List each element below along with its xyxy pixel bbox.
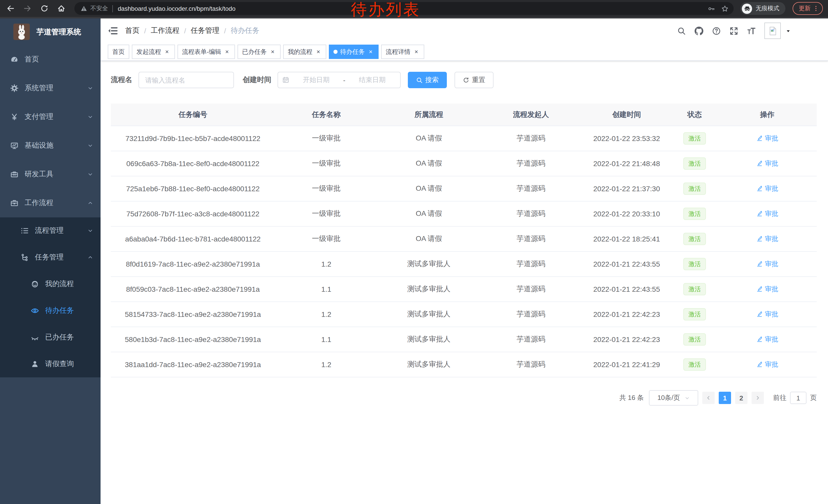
chevron-down-icon [87,142,93,149]
reset-button[interactable]: 重置 [455,72,494,88]
tab-2[interactable]: 流程表单-编辑× [177,45,235,59]
cell-task-name: 1.2 [275,302,378,327]
main-area: 首页/工作流程/任务管理/待办任务 首页发起流程×流程表单-编辑×已办任务×我的… [100,18,828,504]
tab-close-icon[interactable]: × [269,48,276,55]
tab-active[interactable]: 待办任务× [329,45,379,59]
filter-form: 流程名 创建时间 开始日期 - 结束日期 搜索 重 [111,72,817,88]
yen-icon [10,113,18,121]
search-button-label: 搜索 [425,75,439,85]
sidebar-item-dashboard[interactable]: 首页 [0,45,100,74]
sidebar-item-face[interactable]: 我的流程 [0,271,100,297]
cell-task-name: 1.2 [275,352,378,377]
tab-0[interactable]: 首页 [108,45,129,59]
approve-link[interactable]: 审批 [756,209,778,218]
approve-link[interactable]: 审批 [756,159,778,168]
cell-actions: 审批 [718,352,817,377]
tab-close-icon[interactable]: × [367,48,374,55]
cell-task-name: 一级审批 [275,226,378,251]
sidebar-item-briefcase[interactable]: 工作流程 [0,189,100,217]
toolbox-icon [10,170,18,178]
sidebar-item-label: 请假查询 [45,359,74,369]
hamburger-icon[interactable] [108,26,118,36]
sidebar-item-gear[interactable]: 系统管理 [0,74,100,102]
breadcrumb-item[interactable]: 首页 [125,26,139,35]
process-name-input[interactable] [138,72,234,88]
tab-3[interactable]: 已办任务× [238,45,281,59]
cell-starter: 芋道源码 [480,151,582,176]
edit-icon [756,185,763,192]
breadcrumb-item[interactable]: 任务管理 [191,26,219,35]
status-badge: 激活 [683,233,706,245]
help-icon[interactable] [712,27,721,35]
bookmark-star-icon[interactable] [721,5,729,12]
next-page-button[interactable] [752,392,764,404]
user-avatar-dropdown[interactable] [764,22,791,39]
cell-process: 测试多审批人 [378,302,480,327]
sidebar-item-monitor[interactable]: 基础设施 [0,131,100,160]
status-badge: 激活 [683,183,706,195]
password-key-icon[interactable] [708,5,715,12]
sidebar-item-user[interactable]: 请假查询 [0,351,100,377]
github-icon[interactable] [695,27,703,35]
incognito-badge: 无痕模式 [740,2,785,15]
forward-icon [23,4,32,13]
breadcrumb-separator: / [144,27,146,35]
cell-created: 2022-01-21 22:43:55 [582,277,671,302]
approve-link[interactable]: 审批 [756,234,778,243]
sidebar-item-eye-closed[interactable]: 已办任务 [0,324,100,351]
create-time-label: 创建时间 [243,75,278,85]
page-button-1[interactable]: 1 [719,392,731,404]
goto-page-input[interactable] [790,392,806,404]
font-size-icon[interactable] [747,27,756,35]
fullscreen-icon[interactable] [730,27,738,35]
address-bar[interactable]: 不安全 dashboard.yudao.iocoder.cn/bpm/task/… [74,2,734,15]
approve-link[interactable]: 审批 [756,284,778,294]
browser-reload-button[interactable] [38,2,50,15]
tab-6[interactable]: 流程详情× [381,45,424,59]
approve-link[interactable]: 审批 [756,260,778,269]
cell-process: OA 请假 [378,201,480,226]
cell-task-name: 一级审批 [275,151,378,176]
browser-back-button[interactable] [4,2,17,15]
column-header: 流程发起人 [480,103,582,126]
approve-link[interactable]: 审批 [756,310,778,319]
browser-update-button[interactable]: 更新 [793,2,823,15]
search-button[interactable]: 搜索 [408,72,447,88]
browser-forward-button[interactable] [21,2,34,15]
tab-4[interactable]: 我的流程× [283,45,326,59]
breadcrumb-item[interactable]: 工作流程 [151,26,179,35]
sidebar-item-label: 流程管理 [35,226,64,235]
page-button-2[interactable]: 2 [735,392,747,404]
user-icon [31,360,39,368]
prev-page-button[interactable] [702,392,715,404]
pagination-total: 共 16 条 [619,393,644,403]
cell-status: 激活 [671,352,718,377]
search-icon[interactable] [677,27,686,35]
tree-icon [20,253,29,262]
sidebar-item-yen[interactable]: 支付管理 [0,102,100,131]
task-table: 任务编号任务名称所属流程流程发起人创建时间状态操作 73211d9d-7b9b-… [111,103,817,377]
sidebar-item-eye[interactable]: 待办任务 [0,297,100,324]
date-range-picker[interactable]: 开始日期 - 结束日期 [278,72,401,88]
page-size-select[interactable]: 10条/页 [649,390,698,406]
approve-link[interactable]: 审批 [756,184,778,193]
sidebar-item-tree[interactable]: 任务管理 [0,244,100,271]
screen: 不安全 dashboard.yudao.iocoder.cn/bpm/task/… [0,0,828,504]
tab-close-icon[interactable]: × [164,48,170,55]
incognito-avatar [742,3,752,13]
tab-close-icon[interactable]: × [224,48,230,55]
tab-close-icon[interactable]: × [315,48,322,55]
sidebar-item-toolbox[interactable]: 研发工具 [0,160,100,189]
cell-starter: 芋道源码 [480,226,582,251]
tab-label: 发起流程 [136,47,161,56]
sidebar-logo[interactable]: 芋道管理系统 [0,18,100,45]
table-row: 73211d9d-7b9b-11ec-b5b7-acde48001122一级审批… [111,126,817,151]
approve-link[interactable]: 审批 [756,335,778,344]
sidebar-item-list[interactable]: 流程管理 [0,217,100,244]
approve-link[interactable]: 审批 [756,134,778,143]
tab-close-icon[interactable]: × [413,48,420,55]
browser-menu-dots-icon[interactable] [813,5,819,12]
tab-1[interactable]: 发起流程× [132,45,175,59]
approve-link[interactable]: 审批 [756,360,778,369]
browser-home-button[interactable] [55,2,68,15]
